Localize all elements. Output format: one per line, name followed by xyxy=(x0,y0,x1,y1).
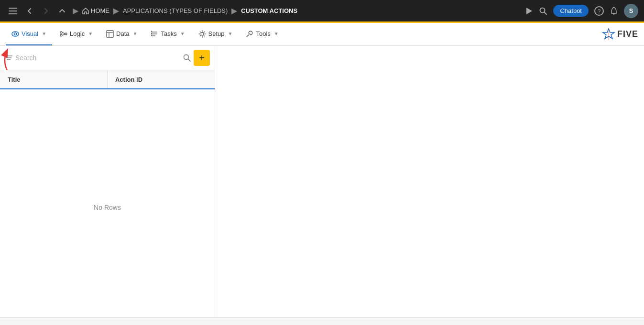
svg-rect-21 xyxy=(151,31,152,32)
play-icon[interactable] xyxy=(524,7,533,15)
table-header: Title Action ID xyxy=(0,70,215,89)
svg-text:?: ? xyxy=(598,8,601,15)
toolbar-item-tools[interactable]: Tools ▼ xyxy=(240,23,284,45)
up-icon[interactable] xyxy=(55,5,69,17)
breadcrumb-separator-2: ▶ xyxy=(113,6,119,15)
svg-rect-2 xyxy=(9,13,17,14)
search-icon[interactable] xyxy=(539,7,547,15)
svg-point-10 xyxy=(12,32,19,36)
navbar-right: Chatbot ? S xyxy=(524,4,638,18)
svg-point-12 xyxy=(60,32,62,33)
help-icon[interactable]: ? xyxy=(594,6,604,16)
logic-dropdown-arrow: ▼ xyxy=(88,31,93,36)
breadcrumb-separator-1: ▶ xyxy=(73,6,78,15)
svg-line-5 xyxy=(545,12,547,14)
table-body: No Rows xyxy=(0,89,215,325)
left-panel: + Title Action ID No Rows xyxy=(0,46,215,325)
bottom-bar xyxy=(0,317,644,325)
visual-dropdown-arrow: ▼ xyxy=(42,31,46,36)
tasks-icon xyxy=(151,30,158,38)
tools-dropdown-arrow: ▼ xyxy=(274,31,279,36)
gear-icon xyxy=(198,30,206,38)
svg-rect-22 xyxy=(151,32,152,33)
add-button[interactable]: + xyxy=(194,50,210,66)
tasks-dropdown-arrow: ▼ xyxy=(180,31,185,36)
five-logo: FIVE xyxy=(602,28,638,41)
chatbot-button[interactable]: Chatbot xyxy=(553,5,589,17)
empty-message: No Rows xyxy=(94,204,121,211)
toolbar-item-setup[interactable]: Setup ▼ xyxy=(193,23,239,45)
toolbar: Visual ▼ Logic ▼ Data ▼ xyxy=(0,23,644,46)
svg-line-25 xyxy=(248,35,249,36)
navbar-left: ▶ HOME ▶ APPLICATIONS (TYPES OF FIELDS) … xyxy=(6,5,521,17)
five-star-icon xyxy=(602,28,615,41)
svg-point-11 xyxy=(14,32,17,35)
notifications-icon[interactable] xyxy=(610,7,618,15)
navbar: ▶ HOME ▶ APPLICATIONS (TYPES OF FIELDS) … xyxy=(0,0,644,23)
tools-icon xyxy=(246,30,253,38)
back-icon[interactable] xyxy=(23,5,36,17)
column-action-id: Action ID xyxy=(108,70,215,88)
search-bar: + xyxy=(0,46,215,70)
breadcrumb-applications[interactable]: APPLICATIONS (TYPES OF FIELDS) xyxy=(123,7,228,14)
svg-rect-23 xyxy=(151,34,152,35)
table-icon xyxy=(106,30,114,38)
svg-point-13 xyxy=(60,34,62,36)
setup-dropdown-arrow: ▼ xyxy=(228,31,233,36)
data-dropdown-arrow: ▼ xyxy=(133,31,138,36)
svg-marker-3 xyxy=(526,8,532,14)
toolbar-item-data[interactable]: Data ▼ xyxy=(100,23,143,45)
svg-point-14 xyxy=(65,33,67,35)
svg-rect-1 xyxy=(9,11,17,11)
toolbar-item-tasks[interactable]: Tasks ▼ xyxy=(145,23,190,45)
svg-rect-15 xyxy=(107,31,113,37)
forward-icon[interactable] xyxy=(39,5,53,17)
svg-point-9 xyxy=(613,14,614,15)
breadcrumb-current: CUSTOM ACTIONS xyxy=(241,7,297,14)
toolbar-item-visual[interactable]: Visual ▼ xyxy=(6,23,52,45)
menu-icon[interactable] xyxy=(6,6,20,16)
svg-rect-0 xyxy=(9,8,17,9)
svg-line-32 xyxy=(188,59,191,62)
toolbar-item-logic[interactable]: Logic ▼ xyxy=(54,23,98,45)
search-button[interactable] xyxy=(183,54,191,62)
right-panel xyxy=(215,46,644,325)
red-arrow-icon xyxy=(0,46,22,75)
avatar[interactable]: S xyxy=(624,4,638,18)
breadcrumb-home[interactable]: HOME xyxy=(82,7,109,14)
content-area: + Title Action ID No Rows xyxy=(0,46,644,325)
svg-point-24 xyxy=(201,32,204,35)
eye-icon xyxy=(11,30,19,38)
breadcrumb-separator-3: ▶ xyxy=(231,6,237,15)
logic-icon xyxy=(60,30,67,38)
search-input[interactable] xyxy=(15,54,180,62)
